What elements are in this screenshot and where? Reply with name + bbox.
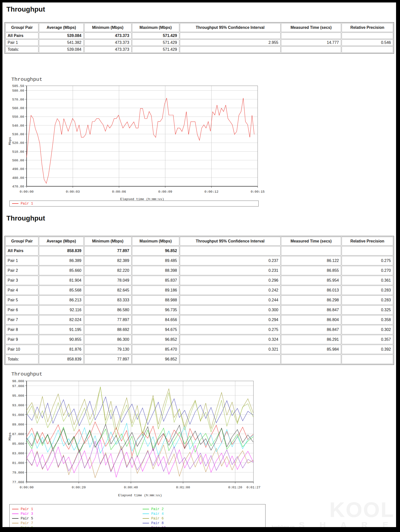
row-label: All Pairs <box>5 246 38 256</box>
cell-value: 0.321 <box>180 345 281 354</box>
header-row: Group/ PairAverage (Mbps)Minimum (Mbps)M… <box>5 23 393 32</box>
chart-2-legend: Pair 1Pair 2Pair 3Pair 4Pair 5Pair 6Pair… <box>9 504 266 532</box>
cell-value: 2.955 <box>180 39 281 46</box>
cell-value <box>281 33 341 39</box>
cell-value: 79.130 <box>84 345 132 354</box>
row-label: Pair 4 <box>5 286 38 295</box>
cell-value: 0.231 <box>180 266 281 275</box>
y-tick-label: 87.000 <box>12 432 24 436</box>
table-row: Pair 692.11686.58096.7350.30086.8470.325 <box>5 305 393 315</box>
row-label: Pair 1 <box>5 256 38 265</box>
cell-value: 85.954 <box>281 276 341 285</box>
cell-value: 84.656 <box>132 315 179 325</box>
row-label: Pair 5 <box>5 295 38 305</box>
cell-value <box>342 33 393 39</box>
cell-value: 86.013 <box>281 286 341 295</box>
x-tick-label: 0:00:09 <box>158 190 172 194</box>
legend-line-swatch <box>143 523 149 523</box>
table-row: Pair 485.56882.64589.1860.24286.0130.283 <box>5 286 393 295</box>
table-row: Pair 990.85586.30096.8520.32486.2910.357 <box>5 335 393 344</box>
legend-line-swatch <box>143 528 149 528</box>
y-tick-label: 91.000 <box>12 413 24 417</box>
y-tick-label: 83.000 <box>12 452 24 455</box>
y-tick-label: 77.000 <box>12 481 24 484</box>
column-header: Measured Time (secs) <box>281 23 341 32</box>
row-label: Pair 9 <box>5 335 38 344</box>
cell-value <box>180 46 281 53</box>
page-title-2: Throughput <box>6 214 394 223</box>
legend-item: Pair 3 <box>12 511 143 516</box>
cell-value: 96.852 <box>132 246 179 256</box>
cell-value: 81.876 <box>39 345 83 354</box>
table-row: All Pairs858.83977.89796.852 <box>5 246 393 256</box>
cell-value: 0.242 <box>180 286 281 295</box>
cell-value: 86.291 <box>281 335 341 344</box>
cell-value: 96.735 <box>132 305 179 315</box>
cell-value: 96.852 <box>132 335 179 344</box>
legend-item: Pair 8 <box>143 521 265 525</box>
y-tick-label: 530.00 <box>12 133 24 136</box>
cell-value: 0.283 <box>342 295 393 305</box>
y-tick-label: 93.000 <box>12 404 24 407</box>
cell-value: 78.049 <box>84 276 132 285</box>
cell-value <box>180 246 281 256</box>
cell-value: 473.373 <box>84 33 132 39</box>
x-tick-label: 0:00:12 <box>204 190 218 194</box>
legend-line-swatch <box>143 518 149 519</box>
cell-value: 85.470 <box>132 345 179 354</box>
row-label: Totals: <box>5 46 38 53</box>
column-header: Minimum (Mbps) <box>84 23 132 32</box>
cell-value: 86.580 <box>84 305 132 315</box>
cell-value: 96.852 <box>132 355 179 364</box>
table-row: All Pairs539.084473.373571.429 <box>5 33 393 39</box>
cell-value: 86.847 <box>281 325 341 334</box>
legend-line-swatch <box>12 523 18 523</box>
legend-label: Pair 9 <box>21 526 33 530</box>
legend-item: Pair 4 <box>143 511 265 516</box>
table-2-header: Group/ PairAverage (Mbps)Minimum (Mbps)M… <box>5 237 393 246</box>
plot-border <box>27 86 258 186</box>
y-tick-label: 510.00 <box>12 150 24 154</box>
cell-value: 86.847 <box>281 305 341 315</box>
table-row: Pair 285.66082.22088.3980.23186.8550.270 <box>5 266 393 275</box>
y-tick-label: 89.000 <box>12 423 24 427</box>
legend-label: Pair 7 <box>21 521 33 525</box>
series-line <box>27 387 253 437</box>
cell-value: 0.324 <box>180 335 281 344</box>
row-label: Pair 2 <box>5 266 38 275</box>
y-tick-label: 540.00 <box>12 124 24 128</box>
cell-value: 473.373 <box>84 39 132 46</box>
table-row: Pair 1081.87679.13085.4700.32185.9840.39… <box>5 345 393 354</box>
column-header: Maximum (Mbps) <box>132 23 179 32</box>
legend-label: Pair 6 <box>151 516 164 520</box>
x-tick-label: 0:00:00 <box>20 190 34 194</box>
column-header: Measured Time (secs) <box>281 237 341 246</box>
y-tick-label: 95.000 <box>12 394 24 398</box>
cell-value: 858.839 <box>39 246 83 256</box>
y-tick-label: 585.50 <box>12 84 24 88</box>
column-header: Relative Precision <box>342 237 393 246</box>
column-header: Group/ Pair <box>5 237 38 246</box>
legend-label: Pair 2 <box>151 507 164 511</box>
row-label: Pair 7 <box>5 315 38 325</box>
table-row: Totals:858.83977.89796.852 <box>5 355 393 364</box>
cell-value: 86.389 <box>39 256 83 265</box>
series-line <box>27 424 253 452</box>
cell-value: 0.546 <box>342 39 393 46</box>
column-header: Throughput 95% Confidence Interval <box>180 23 281 32</box>
table-row: Pair 381.90478.04985.8370.29685.9540.361 <box>5 276 393 285</box>
cell-value <box>342 46 393 53</box>
cell-value: 0.244 <box>180 295 281 305</box>
chart-1-legend: Pair 1 <box>9 201 259 206</box>
row-label: Pair 6 <box>5 305 38 315</box>
cell-value <box>342 355 393 364</box>
cell-value <box>281 246 341 256</box>
cell-value: 85.837 <box>132 276 179 285</box>
column-header: Relative Precision <box>342 23 393 32</box>
cell-value: 0.358 <box>342 315 393 325</box>
legend-line-swatch <box>12 518 18 519</box>
series-line <box>27 422 253 456</box>
row-label: All Pairs <box>5 33 38 39</box>
legend-item: Pair 9 <box>12 525 143 530</box>
legend-line-swatch <box>143 514 149 514</box>
